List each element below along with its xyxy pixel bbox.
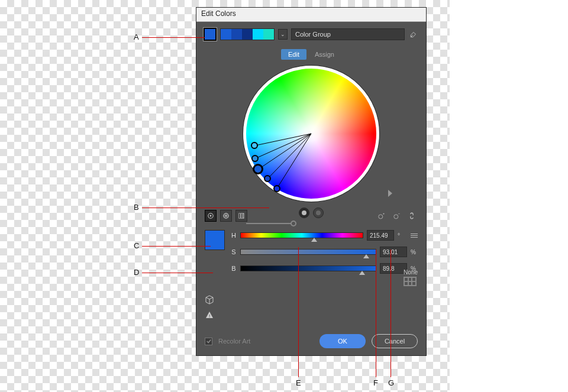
sat-label: S <box>231 248 237 255</box>
sat-value-input[interactable] <box>380 247 407 257</box>
unlink-harmony-icon[interactable] <box>406 210 418 222</box>
none-label: None <box>404 269 418 276</box>
bri-value-input[interactable] <box>380 263 407 274</box>
callout-A: A <box>134 33 139 41</box>
expand-panel-arrow-icon[interactable] <box>388 190 392 197</box>
svg-text:!: ! <box>209 313 210 319</box>
recolor-art-label: Recolor Art <box>218 338 250 345</box>
callout-G: G <box>388 378 394 387</box>
ok-button[interactable]: OK <box>320 334 366 348</box>
wheel-color-handle[interactable] <box>251 155 259 162</box>
leader-G <box>390 250 391 377</box>
show-brightness-button[interactable] <box>313 208 324 218</box>
brightness-slider[interactable] <box>246 223 293 224</box>
leader-F <box>376 250 376 377</box>
segmented-wheel-button[interactable] <box>220 210 232 222</box>
svg-point-6 <box>210 215 212 217</box>
active-color-swatch[interactable] <box>204 28 217 41</box>
svg-text:−: − <box>398 212 400 215</box>
bri-label: B <box>231 265 237 272</box>
leader-D <box>142 273 213 273</box>
leader-A <box>142 37 205 38</box>
bri-slider[interactable] <box>240 265 376 271</box>
out-of-gamut-warning-icon[interactable]: ! <box>205 310 214 320</box>
dialog-title: Edit Colors <box>196 8 426 22</box>
cancel-button[interactable]: Cancel <box>372 334 418 348</box>
add-color-tool-icon[interactable]: + <box>375 210 387 222</box>
remove-color-tool-icon[interactable]: − <box>390 210 402 222</box>
hue-value-input[interactable] <box>367 230 394 241</box>
callout-D: D <box>134 268 139 277</box>
svg-point-15 <box>379 215 383 219</box>
none-swatch-grid-icon[interactable] <box>404 277 417 286</box>
svg-rect-12 <box>239 213 241 218</box>
color-group-swatches[interactable] <box>220 28 275 40</box>
sat-unit: % <box>411 249 418 255</box>
cube-icon[interactable] <box>205 295 214 304</box>
wheel-color-handle[interactable] <box>253 164 263 174</box>
wheel-color-handle[interactable] <box>273 185 280 192</box>
svg-text:+: + <box>383 212 385 215</box>
color-group-dropdown[interactable]: ⌄ <box>278 29 288 40</box>
current-color-swatch[interactable] <box>205 230 225 250</box>
color-bars-button[interactable] <box>235 210 247 222</box>
color-wheel[interactable] <box>243 66 379 202</box>
show-sat-hue-button[interactable] <box>299 208 309 218</box>
smooth-wheel-button[interactable] <box>205 210 217 222</box>
svg-rect-13 <box>241 213 243 218</box>
slider-menu-icon[interactable] <box>411 234 418 238</box>
callout-E: E <box>296 378 301 387</box>
wheel-color-handle[interactable] <box>251 142 258 149</box>
leader-B <box>142 208 269 208</box>
color-group-name-input[interactable] <box>291 28 405 40</box>
edit-colors-dialog: Edit Colors ⌄ Edit Assign <box>196 7 427 356</box>
tab-assign[interactable]: Assign <box>308 49 341 60</box>
svg-point-17 <box>394 215 398 219</box>
leader-E <box>298 247 299 377</box>
leader-C <box>142 246 211 247</box>
callout-F: F <box>373 378 378 387</box>
hue-label: H <box>231 232 237 239</box>
wheel-color-handle[interactable] <box>264 175 271 182</box>
tab-edit[interactable]: Edit <box>281 49 306 60</box>
callout-B: B <box>134 203 139 212</box>
recolor-art-checkbox[interactable] <box>205 338 212 345</box>
hue-unit: ° <box>398 232 405 239</box>
sat-slider[interactable] <box>240 249 376 255</box>
callout-C: C <box>134 241 139 250</box>
hue-slider[interactable] <box>240 232 363 238</box>
eyedropper-icon[interactable] <box>408 29 419 40</box>
svg-rect-14 <box>243 213 244 218</box>
